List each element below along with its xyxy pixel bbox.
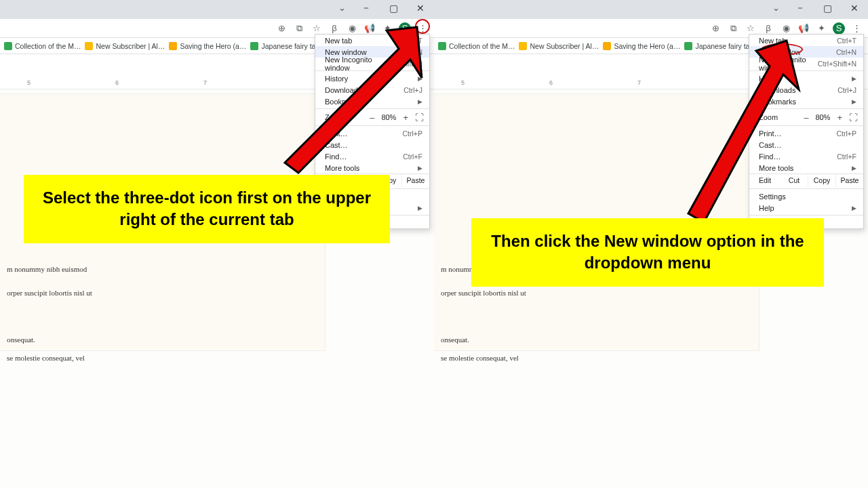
favicon-icon <box>4 42 12 50</box>
zoom-in-button[interactable]: + <box>837 113 842 123</box>
zoom-value: 80% <box>381 113 396 121</box>
menu-item-downloads[interactable]: DownloadsCtrl+J <box>749 84 863 96</box>
profile-avatar[interactable]: S <box>833 22 845 35</box>
menu-separator <box>315 108 429 109</box>
menu-label: More tools <box>325 164 359 172</box>
bookmark-item[interactable]: Japanese fairy tales <box>250 42 324 50</box>
extensions-icon[interactable]: ✦ <box>815 22 827 35</box>
menu-item-print[interactable]: Print…Ctrl+P <box>749 127 863 139</box>
profile-avatar[interactable]: S <box>399 22 411 35</box>
doc-text: orper suscipit lobortis nisl ut <box>7 286 318 300</box>
doc-text: orper suscipit lobortis nisl ut <box>441 286 752 300</box>
menu-item-print[interactable]: Print…Ctrl+P <box>315 127 429 139</box>
highlight-circle <box>415 19 430 34</box>
ruler-tick: 6 <box>549 79 553 86</box>
submenu-arrow-icon: ▶ <box>418 75 422 82</box>
titlebar: ⌄ － ▢ ✕ <box>434 0 868 19</box>
fullscreen-icon[interactable]: ⛶ <box>415 113 424 123</box>
menu-item-cast[interactable]: Cast… <box>749 139 863 150</box>
menu-item-incognito[interactable]: New Incognito windowCtrl+Shift+N <box>315 58 429 69</box>
menu-separator <box>749 108 863 109</box>
tutorial-callout-right: Then click the New window option in the … <box>471 218 824 287</box>
extensions-icon[interactable]: ✦ <box>381 22 393 35</box>
fullscreen-icon[interactable]: ⛶ <box>849 113 858 123</box>
menu-label: Help <box>759 204 774 212</box>
maximize-button[interactable]: ▢ <box>380 0 407 16</box>
share-icon[interactable]: ⧉ <box>293 22 305 35</box>
zoom-in-button[interactable]: + <box>403 113 408 123</box>
menu-item-more-tools[interactable]: More tools▶ <box>749 162 863 174</box>
menu-label: New tab <box>325 37 352 45</box>
minimize-button[interactable]: － <box>353 0 380 16</box>
bookmark-item[interactable]: Saving the Hero (a… <box>169 42 246 50</box>
menu-item-find[interactable]: Find…Ctrl+F <box>749 150 863 162</box>
menu-item-history[interactable]: History▶ <box>749 73 863 84</box>
menu-item-find[interactable]: Find…Ctrl+F <box>315 150 429 162</box>
share-icon[interactable]: ⧉ <box>727 22 739 35</box>
three-dot-menu-icon[interactable]: ⋮ <box>850 22 863 35</box>
menu-label: Zoom <box>325 113 344 121</box>
menu-item-new-tab[interactable]: New tabCtrl+T <box>315 35 429 46</box>
submenu-arrow-icon: ▶ <box>852 205 856 211</box>
window-controls: － ▢ ✕ <box>353 0 434 16</box>
shield-icon[interactable]: ◉ <box>346 22 358 35</box>
bookmark-label: Collection of the M… <box>449 42 515 50</box>
menu-label: New Incognito window <box>759 56 818 72</box>
menu-item-incognito[interactable]: New Incognito windowCtrl+Shift+N <box>749 58 863 69</box>
menu-item-history[interactable]: History▶ <box>315 73 429 84</box>
menu-label: History <box>325 75 348 83</box>
beta-badge-icon: β <box>762 22 774 35</box>
bookmark-item[interactable]: Collection of the M… <box>4 42 81 50</box>
tab-chevron-icon: ⌄ <box>338 3 346 13</box>
bookmark-label: Saving the Hero (a… <box>614 42 680 50</box>
close-button[interactable]: ✕ <box>407 0 434 16</box>
shield-icon[interactable]: ◉ <box>780 22 792 35</box>
menu-item-help[interactable]: Help▶ <box>749 202 863 214</box>
menu-item-bookmarks[interactable]: Bookmarks▶ <box>749 96 863 107</box>
menu-item-new-tab[interactable]: New tabCtrl+T <box>749 35 863 46</box>
bookmark-star-icon[interactable]: ☆ <box>311 22 323 35</box>
menu-label: Print… <box>325 129 348 138</box>
menu-shortcut: Ctrl+P <box>403 129 422 138</box>
menu-item-bookmarks[interactable]: Bookmarks▶ <box>315 96 429 107</box>
tutorial-callout-left: Select the three-dot icon first on the u… <box>24 175 390 243</box>
submenu-arrow-icon: ▶ <box>418 98 422 105</box>
menu-item-more-tools[interactable]: More tools▶ <box>315 162 429 174</box>
doc-text: onsequat. <box>7 333 318 347</box>
announce-icon[interactable]: 📢 <box>363 22 376 35</box>
menu-label: Settings <box>759 192 786 201</box>
bookmark-item[interactable]: New Subscriber | Al… <box>85 42 165 50</box>
window-controls: － ▢ ✕ <box>787 0 868 16</box>
maximize-button[interactable]: ▢ <box>814 0 841 16</box>
edit-copy-button[interactable]: Copy <box>808 174 836 187</box>
minimize-button[interactable]: － <box>787 0 814 16</box>
menu-label: Downloads <box>325 86 361 94</box>
menu-item-cast[interactable]: Cast… <box>315 139 429 150</box>
zoom-icon[interactable]: ⊕ <box>275 22 288 35</box>
bookmark-item[interactable]: Saving the Hero (a… <box>603 42 680 50</box>
bookmark-star-icon[interactable]: ☆ <box>745 22 757 35</box>
announce-icon[interactable]: 📢 <box>797 22 810 35</box>
bookmark-item[interactable]: Collection of the M… <box>438 42 515 50</box>
highlight-circle <box>761 43 803 56</box>
edit-cut-button[interactable]: Cut <box>781 174 808 187</box>
bookmark-item[interactable]: New Subscriber | Al… <box>519 42 599 50</box>
menu-label: Find… <box>759 152 781 161</box>
zoom-out-button[interactable]: – <box>804 113 808 123</box>
ruler-tick: 7 <box>637 79 641 86</box>
menu-item-downloads[interactable]: DownloadsCtrl+J <box>315 84 429 96</box>
menu-shortcut: Ctrl+J <box>403 86 422 94</box>
close-button[interactable]: ✕ <box>841 0 868 16</box>
edit-paste-button[interactable]: Paste <box>402 174 429 187</box>
edit-paste-button[interactable]: Paste <box>836 174 863 187</box>
doc-text: m nonummy nibh euismod <box>7 262 318 277</box>
zoom-out-button[interactable]: – <box>370 113 374 123</box>
menu-label: Bookmarks <box>759 98 796 106</box>
menu-label: Cast… <box>325 141 348 149</box>
zoom-icon[interactable]: ⊕ <box>709 22 722 35</box>
bookmark-item[interactable]: Japanese fairy tales <box>684 42 758 50</box>
menu-item-settings[interactable]: Settings <box>749 190 863 202</box>
menu-separator <box>749 188 863 189</box>
menu-label: Find… <box>325 152 347 161</box>
doc-text: se molestie consequat, vel <box>7 351 318 365</box>
